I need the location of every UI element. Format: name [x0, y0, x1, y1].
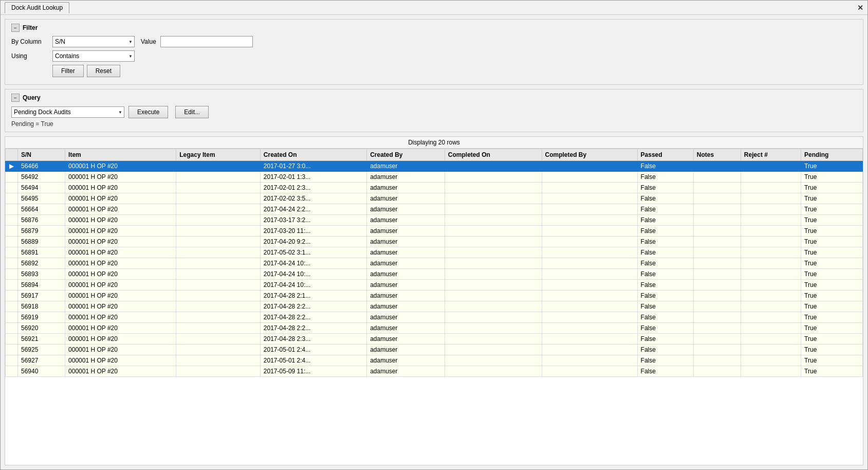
by-column-select-wrapper: S/N Item Legacy Item Created On Created …: [52, 36, 135, 47]
dock-audit-lookup-tab[interactable]: Dock Audit Lookup: [5, 2, 69, 13]
using-select-wrapper: Contains Equals Starts With Ends With: [52, 50, 135, 62]
by-column-label: By Column: [11, 38, 52, 45]
query-controls: Pending Dock Audits All Dock Audits Comp…: [11, 106, 857, 118]
by-column-select[interactable]: S/N Item Legacy Item Created On Created …: [52, 36, 135, 47]
reset-button[interactable]: Reset: [87, 65, 120, 77]
filter-button[interactable]: Filter: [52, 65, 84, 77]
table-row[interactable]: 56893000001 H OP #202017-04-24 10:...ada…: [6, 269, 863, 280]
table-row[interactable]: 56918000001 H OP #202017-04-28 2:2...ada…: [6, 301, 863, 312]
table-row[interactable]: 56892000001 H OP #202017-04-24 10:...ada…: [6, 258, 863, 269]
filter-header: − Filter: [11, 24, 857, 32]
table-row[interactable]: 56919000001 H OP #202017-04-28 2:2...ada…: [6, 312, 863, 323]
filter-buttons-row: Filter Reset: [11, 65, 857, 77]
using-row: Using Contains Equals Starts With Ends W…: [11, 50, 857, 62]
table-row[interactable]: 56664000001 H OP #202017-04-24 2:2...ada…: [6, 204, 863, 215]
table-row[interactable]: ▶56466000001 H OP #202017-01-27 3:0...ad…: [6, 161, 863, 172]
query-section: − Query Pending Dock Audits All Dock Aud…: [5, 89, 863, 132]
table-row[interactable]: 56495000001 H OP #202017-02-02 3:5...ada…: [6, 193, 863, 204]
using-label: Using: [11, 52, 52, 60]
table-header-row: S/N Item Legacy Item Created On Created …: [6, 149, 863, 161]
table-display-info: Displaying 20 rows: [5, 137, 863, 149]
col-pending[interactable]: Pending: [801, 149, 863, 161]
table-row[interactable]: 56494000001 H OP #202017-02-01 2:3...ada…: [6, 183, 863, 193]
query-condition: Pending = True: [11, 120, 857, 128]
col-completed-by[interactable]: Completed By: [542, 149, 637, 161]
close-button[interactable]: ✕: [857, 4, 863, 12]
table-row[interactable]: 56940000001 H OP #202017-05-09 11:...ada…: [6, 366, 863, 377]
execute-button[interactable]: Execute: [128, 106, 168, 118]
table-row[interactable]: 56876000001 H OP #202017-03-17 3:2...ada…: [6, 215, 863, 226]
table-row[interactable]: 56492000001 H OP #202017-02-01 1:3...ada…: [6, 172, 863, 183]
col-sn[interactable]: S/N: [18, 149, 65, 161]
col-created-by[interactable]: Created By: [367, 149, 445, 161]
query-header: − Query: [11, 94, 857, 102]
filter-title: Filter: [23, 24, 38, 31]
table-row[interactable]: 56921000001 H OP #202017-04-28 2:3...ada…: [6, 334, 863, 345]
col-item[interactable]: Item: [65, 149, 176, 161]
table-row[interactable]: 56891000001 H OP #202017-05-02 3:1...ada…: [6, 247, 863, 258]
main-window: Dock Audit Lookup ✕ − Filter By Column S…: [0, 0, 868, 470]
main-content: − Filter By Column S/N Item Legacy Item …: [1, 15, 867, 469]
query-select[interactable]: Pending Dock Audits All Dock Audits Comp…: [11, 106, 124, 118]
query-dropdown-wrapper: Pending Dock Audits All Dock Audits Comp…: [11, 106, 124, 118]
using-select[interactable]: Contains Equals Starts With Ends With: [52, 50, 135, 62]
by-column-row: By Column S/N Item Legacy Item Created O…: [11, 36, 857, 47]
tab-label: Dock Audit Lookup: [11, 4, 63, 11]
col-legacy-item[interactable]: Legacy Item: [176, 149, 261, 161]
data-table: S/N Item Legacy Item Created On Created …: [5, 149, 863, 377]
col-reject[interactable]: Reject #: [741, 149, 801, 161]
data-table-container: Displaying 20 rows S/N Item Legacy Item …: [5, 136, 863, 465]
table-row[interactable]: 56927000001 H OP #202017-05-01 2:4...ada…: [6, 355, 863, 366]
col-indicator: [6, 149, 18, 161]
query-title: Query: [23, 94, 41, 101]
col-created-on[interactable]: Created On: [260, 149, 366, 161]
filter-collapse-button[interactable]: −: [11, 24, 20, 32]
query-collapse-button[interactable]: −: [11, 94, 20, 102]
col-notes[interactable]: Notes: [693, 149, 741, 161]
filter-section: − Filter By Column S/N Item Legacy Item …: [5, 19, 863, 85]
col-completed-on[interactable]: Completed On: [445, 149, 542, 161]
table-row[interactable]: 56925000001 H OP #202017-05-01 2:4...ada…: [6, 345, 863, 355]
table-row[interactable]: 56917000001 H OP #202017-04-28 2:1...ada…: [6, 291, 863, 301]
tab-bar: Dock Audit Lookup: [5, 2, 69, 13]
table-row[interactable]: 56879000001 H OP #202017-03-20 11:...ada…: [6, 226, 863, 237]
value-label: Value: [141, 38, 156, 45]
col-passed[interactable]: Passed: [637, 149, 693, 161]
title-bar: Dock Audit Lookup ✕: [1, 1, 867, 15]
table-body: ▶56466000001 H OP #202017-01-27 3:0...ad…: [6, 161, 863, 377]
edit-button[interactable]: Edit...: [175, 106, 209, 118]
table-row[interactable]: 56920000001 H OP #202017-04-28 2:2...ada…: [6, 323, 863, 334]
value-input[interactable]: [160, 36, 253, 47]
table-row[interactable]: 56889000001 H OP #202017-04-20 9:2...ada…: [6, 237, 863, 247]
table-row[interactable]: 56894000001 H OP #202017-04-24 10:...ada…: [6, 280, 863, 291]
table-wrapper[interactable]: S/N Item Legacy Item Created On Created …: [5, 149, 863, 465]
